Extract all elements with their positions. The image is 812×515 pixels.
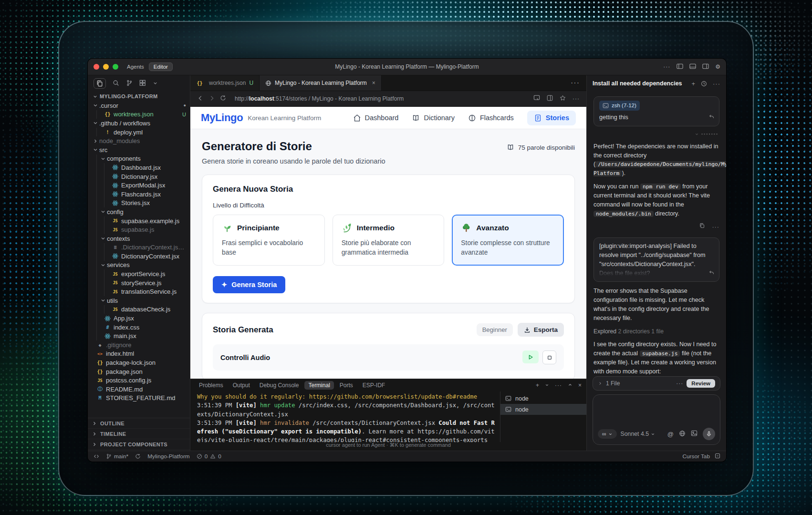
tree-item-src[interactable]: src <box>88 145 190 154</box>
terminal-tab-ports[interactable]: Ports <box>336 381 357 390</box>
agent-mode-pill[interactable]: ∞ <box>598 429 617 439</box>
tree-item-Dictionary.jsx[interactable]: Dictionary.jsx <box>88 172 190 181</box>
close-panel-icon[interactable]: × <box>578 382 582 389</box>
project-name[interactable]: Mylingo-Platform <box>147 453 190 460</box>
url-bar[interactable]: http://localhost:5174/stories / MyLingo … <box>235 95 404 102</box>
close-tab-icon[interactable]: × <box>372 80 375 86</box>
device-preview-icon[interactable] <box>533 95 540 103</box>
more-actions-icon[interactable]: ··· <box>712 223 719 232</box>
terminal-output[interactable]: Why you should do it regularly: https://… <box>190 391 500 442</box>
nav-item-stories[interactable]: Stories <box>527 111 576 125</box>
copy-icon[interactable] <box>699 223 705 232</box>
panel-left-icon[interactable] <box>677 63 683 71</box>
browser-more-icon[interactable]: ··· <box>573 95 580 102</box>
tree-item-supabase.js[interactable]: JSsupabase.js <box>88 225 190 234</box>
tree-item-services[interactable]: services <box>88 261 190 270</box>
tree-item-.gitignore[interactable]: ◆.gitignore <box>88 340 190 350</box>
tree-item-deploy.yml[interactable]: !deploy.yml <box>88 128 190 137</box>
cursor-tab-label[interactable]: Cursor Tab <box>683 453 710 460</box>
terminal-more-icon[interactable]: ··· <box>555 382 562 389</box>
tree-item-utils[interactable]: utils <box>88 296 190 305</box>
open-in-editor-icon[interactable] <box>547 95 553 103</box>
level-card-avanzato[interactable]: Avanzato Storie complesse con strutture … <box>452 215 564 266</box>
tree-item-STORIES_FEATURE.md[interactable]: MSTORIES_FEATURE.md <box>88 394 190 403</box>
tree-item-node_modules[interactable]: node_modules <box>88 136 190 145</box>
generate-story-button[interactable]: ✦ Genera Storia <box>213 276 285 293</box>
mention-at-icon[interactable]: @ <box>667 431 674 438</box>
nav-item-dictionary[interactable]: Dictionary <box>412 114 454 122</box>
tree-item-postcss.config.js[interactable]: JSpostcss.config.js <box>88 376 190 385</box>
tree-item-App.jsx[interactable]: App.jsx <box>88 314 190 323</box>
chevron-down-icon[interactable] <box>153 80 158 87</box>
extensions-icon[interactable] <box>139 80 146 88</box>
tree-item-index.css[interactable]: #index.css <box>88 323 190 332</box>
terminal-tab-problems[interactable]: Problems <box>195 381 227 390</box>
terminal-tab-terminal[interactable]: Terminal <box>304 381 333 390</box>
minimize-window-button[interactable] <box>103 64 109 70</box>
tree-item-.DictionaryContext.jsx.swp[interactable]: ≡.DictionaryContext.jsx.swp <box>88 243 190 252</box>
tree-item-databaseCheck.js[interactable]: JSdatabaseCheck.js <box>88 305 190 314</box>
tree-item-.cursor[interactable]: .cursor● <box>88 101 190 110</box>
terminal-dropdown-icon[interactable] <box>545 382 549 389</box>
source-control-icon[interactable] <box>126 80 133 88</box>
webapp-logo[interactable]: MyLingo <box>201 112 243 124</box>
tree-item-worktrees.json[interactable]: {}worktrees.jsonU <box>88 110 190 119</box>
tree-item-package.json[interactable]: {}package.json <box>88 367 190 376</box>
tree-item-components[interactable]: components <box>88 154 190 164</box>
nav-item-dashboard[interactable]: Dashboard <box>353 114 399 122</box>
agent-more-icon[interactable]: ··· <box>713 80 720 87</box>
browser-forward-icon[interactable] <box>208 95 215 103</box>
tree-item-ExportModal.jsx[interactable]: ExportModal.jsx <box>88 181 190 190</box>
nav-item-flashcards[interactable]: Flashcards <box>468 114 514 122</box>
export-button[interactable]: Esporta <box>518 323 564 337</box>
tree-item-exportService.js[interactable]: JSexportService.js <box>88 269 190 278</box>
level-card-principiante[interactable]: Principiante Frasi semplici e vocabolari… <box>213 215 325 266</box>
chat-input-box[interactable]: ∞ Sonnet 4.5 @ <box>593 394 720 445</box>
voice-mic-button[interactable] <box>703 428 715 440</box>
sync-icon[interactable] <box>135 453 141 459</box>
level-card-intermedio[interactable]: Intermedio Storie più elaborate con gram… <box>333 215 445 266</box>
agent-chat-scroll[interactable]: zsh (7-12) getting this ▪▪▪▪▪▪▪Perfect! … <box>587 92 726 374</box>
attach-image-icon[interactable] <box>691 430 697 438</box>
panel-right-icon[interactable] <box>702 63 709 71</box>
tree-item-index.html[interactable]: <>index.html <box>88 350 190 359</box>
tree-item-README.md[interactable]: ⓘREADME.md <box>88 385 190 394</box>
tree-item-contexts[interactable]: contexts <box>88 234 190 243</box>
new-terminal-icon[interactable]: + <box>536 382 539 389</box>
history-clock-icon[interactable] <box>701 81 707 87</box>
browser-reload-icon[interactable] <box>220 95 226 103</box>
tree-item-storyService.js[interactable]: JSstoryService.js <box>88 278 190 288</box>
tab-worktrees-json[interactable]: {} worktrees.json U <box>190 75 260 91</box>
terminal-tab-output[interactable]: Output <box>229 381 254 390</box>
tree-item-DictionaryContext.jsx[interactable]: DictionaryContext.jsx <box>88 252 190 261</box>
cursor-tab-icon[interactable] <box>715 453 720 460</box>
restore-checkpoint-icon[interactable] <box>708 113 715 123</box>
maximize-panel-icon[interactable] <box>568 382 573 389</box>
tabs-overflow-icon[interactable]: ··· <box>564 75 586 91</box>
review-more-icon[interactable]: ··· <box>676 380 683 387</box>
bookmark-star-icon[interactable] <box>560 95 566 103</box>
titlebar-more-icon[interactable]: ··· <box>663 63 670 70</box>
browser-back-icon[interactable] <box>197 95 204 103</box>
terminal-process-node[interactable]: node <box>500 404 586 415</box>
restore-checkpoint-icon[interactable] <box>708 269 715 278</box>
close-window-button[interactable] <box>94 64 99 70</box>
search-icon[interactable] <box>113 80 119 88</box>
zsh-context-chip[interactable]: zsh (7-12) <box>599 101 640 111</box>
web-globe-icon[interactable] <box>679 430 686 438</box>
files-explorer-icon[interactable] <box>94 78 106 89</box>
new-chat-icon[interactable]: + <box>691 80 695 87</box>
tree-item-Flashcards.jsx[interactable]: Flashcards.jsx <box>88 190 190 199</box>
review-button[interactable]: Review <box>687 379 715 388</box>
tree-item-Stories.jsx[interactable]: Stories.jsx <box>88 199 190 208</box>
tree-item-.github / workflows[interactable]: .github / workflows <box>88 119 190 128</box>
tree-item-main.jsx[interactable]: main.jsx <box>88 331 190 340</box>
chevron-right-icon[interactable] <box>598 381 603 386</box>
maximize-window-button[interactable] <box>113 64 118 70</box>
explorer-root-row[interactable]: MYLINGO-PLATFORM <box>88 92 190 101</box>
tree-item-supabase.example.js[interactable]: JSsupabase.example.js <box>88 216 190 226</box>
section-timeline[interactable]: TIMELINE <box>88 429 190 439</box>
editor-mode-tab[interactable]: Editor <box>149 62 173 71</box>
terminal-process-node[interactable]: node <box>500 393 586 404</box>
agents-mode-tab[interactable]: Agents <box>127 64 144 70</box>
